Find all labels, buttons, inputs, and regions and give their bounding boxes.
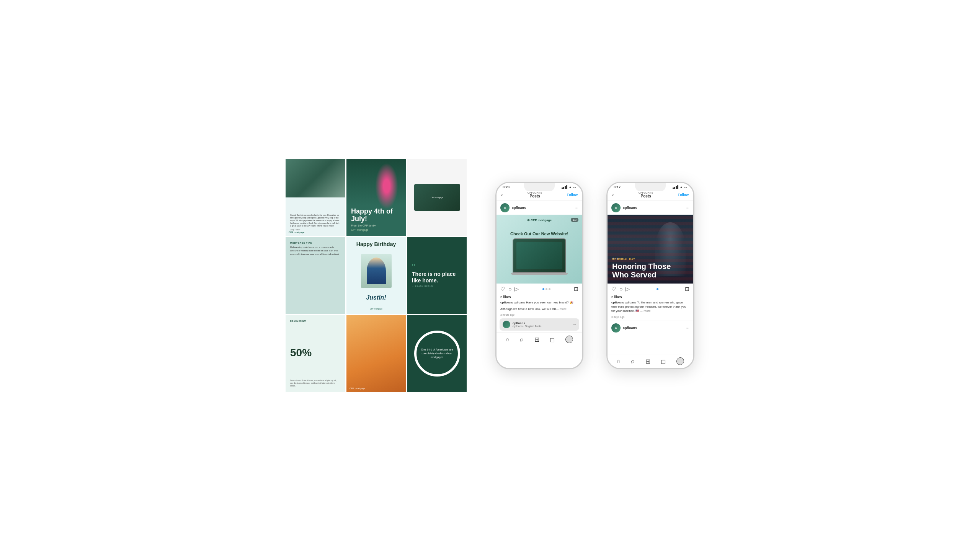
post-dots-2b[interactable]: ···	[686, 325, 689, 331]
post-avatar-2: C	[611, 203, 621, 212]
did-you-know-tag: DID YOU KNOW?	[290, 320, 340, 322]
likes-count-2: 2 likes	[608, 294, 693, 300]
heart-icon-2[interactable]: ♡	[611, 286, 616, 292]
audio-name-1: cpfloans	[513, 321, 571, 325]
phone-notch-1	[524, 183, 555, 191]
quote-attribution: L. FRANK BRAUM	[412, 285, 462, 287]
grid-cell-july: Happy 4th of July! From the CPF family C…	[346, 159, 406, 236]
heart-icon-1[interactable]: ♡	[500, 286, 505, 292]
more-link-2[interactable]: ... more	[640, 309, 650, 313]
mortgage-tips-text: Refinancing could save you a considerabl…	[290, 246, 340, 256]
bookmark-icon-2[interactable]: ⊡	[685, 286, 689, 292]
nav-create-2[interactable]: ⊞	[645, 358, 650, 365]
post-username-2b[interactable]: cpfloans	[623, 326, 683, 330]
caption-more-text-1: Although we have a new look, we will sti…	[500, 307, 559, 311]
nav-shop-2[interactable]: ◻	[661, 358, 666, 365]
post-image-1: ⊛ CPF mortgage 1/3 Check Out Our New Web…	[497, 215, 582, 284]
post-header-2b: C cpfloans ···	[608, 321, 693, 335]
caption-username-1[interactable]: cpfloans	[500, 301, 513, 304]
caption-more-1: Although we have a new look, we will sti…	[497, 306, 582, 313]
post-header-2: C cpfloans ···	[608, 201, 693, 215]
follow-button-1[interactable]: Follow	[567, 193, 578, 197]
likes-count-1: 2 likes	[497, 294, 582, 300]
family-logo: CPF mortgage	[350, 387, 365, 390]
post-avatar-1: C	[500, 203, 510, 212]
caption-content-1: cpfloans Have you seen our new brand? 🎉	[514, 301, 573, 304]
caption-username-2[interactable]: cpfloans	[611, 301, 624, 304]
july-logo: CPF mortgage	[351, 228, 369, 231]
post-dots-2[interactable]: ···	[686, 205, 689, 210]
audio-sub-1: cpfloans · Original Audio	[513, 325, 571, 328]
grid-cell-website1: CPF mortgage	[407, 159, 467, 236]
post-time-2: 3 days ago	[608, 315, 693, 319]
comment-icon-2[interactable]: ○	[619, 286, 622, 292]
time-2: 3:17	[614, 185, 621, 189]
section-name-1: Posts	[503, 194, 567, 198]
bottom-nav-1: ⌂ ⌕ ⊞ ◻	[497, 332, 582, 346]
caption-1: cpfloans cpfloans Have you seen our new …	[497, 300, 582, 306]
cpf-logo-post-1: ⊛ CPF mortgage	[527, 218, 552, 222]
grid-cell-mortgage-tips: MORTGAGE TIPS Refinancing could save you…	[286, 237, 345, 314]
nav-search-1[interactable]: ⌕	[520, 336, 524, 343]
nav-search-2[interactable]: ⌕	[631, 358, 635, 365]
quote-text: There is no place like home.	[412, 271, 462, 284]
audio-avatar-1	[503, 321, 510, 328]
battery-icon: ▭	[573, 186, 576, 189]
post-dots-1[interactable]: ···	[575, 205, 578, 210]
post-image-2: ★ ★ ★ MEMORIAL DAY Honoring Those Who Se…	[608, 215, 693, 284]
grid-collage: Garrett Garrick you are absolutely the b…	[286, 159, 465, 392]
follow-button-2[interactable]: Follow	[678, 193, 689, 197]
audio-dots-1[interactable]: ···	[573, 323, 576, 327]
brand-name-2: CPFLOANS	[614, 191, 678, 194]
nav-home-1[interactable]: ⌂	[506, 336, 510, 343]
testimonial-text: Garrett Garrick you are absolutely the b…	[290, 214, 340, 227]
section-name-2: Posts	[614, 194, 678, 198]
post-header-1: C cpfloans ···	[497, 201, 582, 215]
ig-actions-2: ♡ ○ ▷ ⊡	[608, 284, 693, 294]
laptop-screen	[516, 242, 562, 269]
battery-icon-2: ▭	[684, 186, 687, 189]
dot-1	[542, 288, 544, 290]
phone-1: 3:23 ▲ ▭ ‹ CPFLOANS Posts Follo	[495, 182, 583, 369]
caption-2: cpfloans cpfloans To the men and women w…	[608, 300, 693, 315]
grid-cell-stat: One-third of Americans are completely cl…	[407, 315, 467, 392]
post-username-1[interactable]: cpfloans	[512, 206, 572, 210]
nav-home-2[interactable]: ⌂	[617, 358, 621, 365]
july-subtitle: From the CPF family	[351, 224, 376, 227]
audio-bar-1[interactable]: cpfloans cpfloans · Original Audio ···	[500, 318, 579, 331]
birthday-logo: CPF mortgage	[370, 308, 382, 310]
grid-cell-birthday: Happy Birthday Justin! CPF mortgage	[346, 237, 406, 314]
birthday-title: Happy Birthday	[356, 241, 396, 247]
nav-profile-1[interactable]	[565, 336, 573, 343]
more-link-1[interactable]: more	[560, 307, 567, 311]
share-icon-2[interactable]: ▷	[626, 286, 630, 292]
memorial-title: Honoring Those Who Served	[612, 262, 689, 279]
post-username-2[interactable]: cpfloans	[623, 206, 683, 210]
wifi-icon-2: ▲	[679, 185, 683, 189]
share-icon-1[interactable]: ▷	[514, 286, 519, 292]
signal-icon-2	[673, 185, 678, 189]
status-icons-2: ▲ ▭	[673, 185, 687, 189]
ig-header-1: ‹ CPFLOANS Posts Follow	[497, 190, 582, 201]
ig-actions-1: ♡ ○ ▷ ⊡	[497, 284, 582, 294]
birthday-name: Justin!	[366, 294, 386, 301]
nav-profile-2[interactable]	[676, 357, 684, 365]
did-you-know-desc: Lorem ipsum dolor sit amet, consectetur …	[290, 379, 340, 387]
ig-header-2: ‹ CPFLOANS Posts Follow	[608, 190, 693, 201]
bookmark-icon-1[interactable]: ⊡	[574, 286, 578, 292]
nav-create-1[interactable]: ⊞	[534, 336, 539, 343]
brand-name-1: CPFLOANS	[503, 191, 567, 194]
laptop-mockup	[513, 238, 566, 273]
website-post-title-1: Check Out Our New Website!	[510, 231, 568, 236]
testimonial-attribution: Judy Foster	[290, 228, 340, 231]
did-you-know-number: 50%	[290, 343, 340, 359]
carousel-dots-2	[633, 288, 682, 290]
nav-shop-1[interactable]: ◻	[550, 336, 555, 343]
july-title: Happy 4th of July!	[351, 208, 401, 223]
comment-icon-1[interactable]: ○	[508, 286, 511, 292]
grid-cell-testimonial: Garrett Garrick you are absolutely the b…	[286, 159, 345, 236]
memorial-tag: MEMORIAL DAY	[612, 258, 689, 261]
post-counter-1: 1/3	[571, 218, 578, 222]
dot-2	[546, 288, 547, 290]
post-time-1: 3 hours ago	[497, 313, 582, 317]
